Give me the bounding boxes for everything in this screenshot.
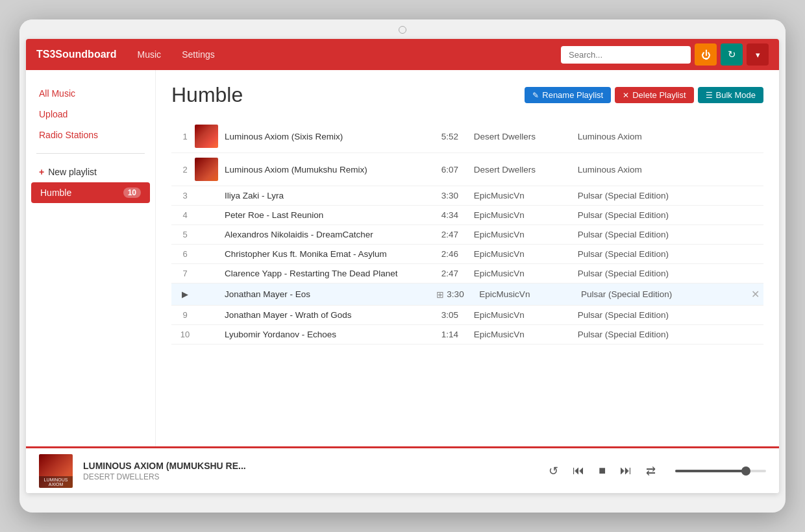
- player-thumbnail: LUMINOUS AXIOM: [39, 454, 73, 488]
- track-row[interactable]: 2 Luminous Axiom (Mumukshu Remix) 6:07 D…: [171, 153, 763, 186]
- volume-knob[interactable]: [741, 466, 750, 476]
- bulk-icon: ☰: [706, 91, 713, 100]
- track-album: Luminous Axiom: [578, 165, 734, 175]
- shuffle-button[interactable]: ⇄: [643, 461, 658, 481]
- track-name: Jonathan Mayer - Wrath of Gods: [225, 310, 441, 320]
- player-track-title: LUMINOUS AXIOM (MUMUKSHU RE...: [83, 461, 536, 471]
- track-duration: 2:46: [441, 249, 474, 259]
- plus-icon: +: [39, 167, 44, 177]
- track-actions: ✕: [734, 288, 760, 300]
- track-thumbnail: [195, 158, 218, 181]
- rename-playlist-button[interactable]: ✎ Rename Playlist: [525, 87, 611, 103]
- track-num-cell: 9: [175, 310, 195, 320]
- track-name: Luminous Axiom (Sixis Remix): [225, 132, 441, 141]
- track-row[interactable]: ▶ Jonathan Mayer - Eos ⊞ 3:30 EpicMusicV…: [171, 284, 763, 306]
- nav-settings[interactable]: Settings: [177, 47, 220, 62]
- volume-track[interactable]: [675, 470, 766, 472]
- dropdown-button[interactable]: ▾: [747, 43, 769, 66]
- chevron-down-icon: ▾: [756, 50, 760, 60]
- sidebar-radio-stations[interactable]: Radio Stations: [26, 125, 155, 145]
- page-title: Humble: [171, 83, 243, 107]
- nav-links: Music Settings: [132, 47, 561, 62]
- track-channel: EpicMusicVn: [474, 310, 578, 320]
- track-album: Pulsar (Special Edition): [581, 289, 734, 299]
- track-num-cell: 4: [175, 210, 195, 220]
- track-number: 9: [182, 310, 187, 320]
- track-album: Pulsar (Special Edition): [578, 249, 734, 259]
- app-window: TS3Soundboard Music Settings ⏻ ↻ ▾: [26, 39, 779, 493]
- track-row[interactable]: 9 Jonathan Mayer - Wrath of Gods 3:05 Ep…: [171, 306, 763, 325]
- new-playlist-button[interactable]: + New playlist: [26, 162, 155, 182]
- track-channel: EpicMusicVn: [474, 269, 578, 278]
- track-duration: 1:14: [441, 330, 474, 339]
- new-playlist-label: New playlist: [48, 167, 97, 177]
- track-number: 5: [182, 230, 187, 239]
- track-num-cell: 10: [175, 330, 195, 339]
- repeat-button[interactable]: ↺: [546, 461, 561, 481]
- track-album: Pulsar (Special Edition): [578, 191, 734, 200]
- track-num-cell: 7: [175, 269, 195, 278]
- remove-icon[interactable]: ✕: [751, 288, 760, 300]
- top-nav: TS3Soundboard Music Settings ⏻ ↻ ▾: [26, 39, 779, 70]
- track-row[interactable]: 10 Lyubomir Yordanov - Echoes 1:14 EpicM…: [171, 325, 763, 345]
- track-duration: 3:30: [447, 289, 479, 299]
- track-num-cell: 6: [175, 249, 195, 259]
- delete-label: Delete Playlist: [632, 90, 686, 100]
- track-thumbnail: [195, 125, 218, 148]
- track-channel: EpicMusicVn: [474, 249, 578, 259]
- track-name: Christopher Kus ft. Monika Emat - Asylum: [225, 249, 441, 259]
- stop-button[interactable]: ■: [596, 461, 608, 480]
- refresh-button[interactable]: ↻: [721, 43, 743, 66]
- search-input[interactable]: [561, 46, 691, 64]
- sidebar-upload[interactable]: Upload: [26, 104, 155, 125]
- device-frame: TS3Soundboard Music Settings ⏻ ↻ ▾: [19, 19, 786, 513]
- shuffle-icon: ⇄: [646, 464, 656, 478]
- rename-label: Rename Playlist: [542, 90, 603, 100]
- track-num-cell: 1: [175, 132, 195, 141]
- repeat-icon: ↺: [549, 464, 558, 478]
- track-row[interactable]: 1 Luminous Axiom (Sixis Remix) 5:52 Dese…: [171, 120, 763, 153]
- player-info: LUMINOUS AXIOM (MUMUKSHU RE... DESERT DW…: [83, 461, 536, 481]
- track-duration: 2:47: [441, 269, 474, 278]
- track-row[interactable]: 6 Christopher Kus ft. Monika Emat - Asyl…: [171, 245, 763, 264]
- device-notch: [19, 19, 786, 39]
- bulk-mode-button[interactable]: ☰ Bulk Mode: [698, 87, 763, 103]
- delete-playlist-button[interactable]: ✕ Delete Playlist: [615, 87, 693, 103]
- nav-music[interactable]: Music: [132, 47, 167, 62]
- track-name: Peter Roe - Last Reunion: [225, 210, 441, 220]
- track-number: 2: [182, 165, 187, 175]
- track-duration: 6:07: [441, 165, 474, 175]
- track-number: 3: [182, 191, 187, 200]
- next-icon: ⏭: [620, 464, 632, 478]
- next-button[interactable]: ⏭: [617, 461, 634, 480]
- app-brand: TS3Soundboard: [36, 49, 117, 60]
- volume-fill: [675, 470, 743, 472]
- track-list: 1 Luminous Axiom (Sixis Remix) 5:52 Dese…: [171, 120, 763, 345]
- play-icon: ▶: [182, 289, 188, 299]
- track-duration: 4:34: [441, 210, 474, 220]
- playlist-count: 10: [123, 187, 141, 198]
- sidebar-all-music[interactable]: All Music: [26, 83, 155, 104]
- prev-button[interactable]: ⏮: [570, 461, 587, 480]
- track-channel: EpicMusicVn: [479, 289, 581, 299]
- track-num-cell: 5: [175, 230, 195, 239]
- power-button[interactable]: ⏻: [695, 43, 717, 66]
- track-album: Luminous Axiom: [578, 132, 734, 141]
- track-album: Pulsar (Special Edition): [578, 230, 734, 239]
- track-number: 4: [182, 210, 187, 220]
- content-actions: ✎ Rename Playlist ✕ Delete Playlist ☰ Bu…: [525, 87, 763, 103]
- content-area: Humble ✎ Rename Playlist ✕ Delete Playli…: [156, 70, 779, 446]
- prev-icon: ⏮: [573, 464, 584, 478]
- track-num-cell: 2: [175, 165, 195, 175]
- track-row[interactable]: 5 Alexandros Nikolaidis - DreamCatcher 2…: [171, 225, 763, 245]
- track-row[interactable]: 7 Clarence Yapp - Restarting The Dead Pl…: [171, 264, 763, 284]
- content-header: Humble ✎ Rename Playlist ✕ Delete Playli…: [171, 83, 763, 107]
- track-duration: 3:05: [441, 310, 474, 320]
- track-album: Pulsar (Special Edition): [578, 269, 734, 278]
- track-row[interactable]: 3 Iliya Zaki - Lyra 3:30 EpicMusicVn Pul…: [171, 186, 763, 206]
- track-row[interactable]: 4 Peter Roe - Last Reunion 4:34 EpicMusi…: [171, 206, 763, 225]
- volume-control: [675, 470, 766, 472]
- track-name: Lyubomir Yordanov - Echoes: [225, 330, 441, 339]
- grid-icon: ⊞: [436, 289, 444, 300]
- playlist-item-humble[interactable]: Humble 10: [31, 182, 150, 203]
